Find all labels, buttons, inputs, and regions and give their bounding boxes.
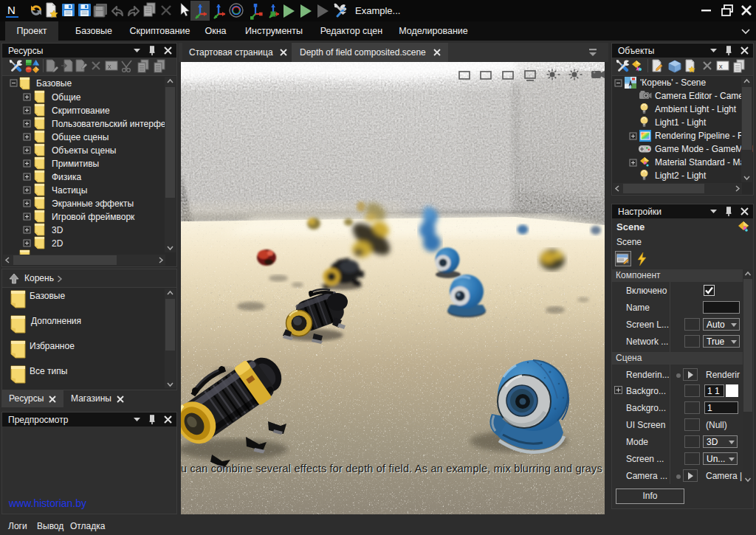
svg-text:Общее сцены: Общее сцены: [52, 132, 109, 142]
svg-text:'Корень' - Scene: 'Корень' - Scene: [640, 77, 706, 88]
svg-text:Частицы: Частицы: [52, 185, 87, 196]
svg-text:Все типы: Все типы: [30, 366, 67, 376]
svg-text:x: x: [108, 63, 111, 71]
svg-text:Rendering Pipeline - Rer: Rendering Pipeline - Rer: [655, 131, 752, 141]
svg-text:Избранное: Избранное: [30, 341, 75, 351]
svg-text:Light2 - Light: Light2 - Light: [655, 170, 707, 181]
svg-text:u can combine several effects: u can combine several effects for depth …: [181, 463, 602, 474]
svg-text:Общие: Общие: [52, 92, 81, 103]
svg-text:Скриптование: Скриптование: [52, 106, 110, 116]
svg-text:Физика: Физика: [52, 172, 82, 182]
svg-text:x: x: [719, 63, 723, 71]
svg-text:Example...: Example...: [355, 5, 400, 16]
svg-text:Объекты сцены: Объекты сцены: [52, 145, 117, 156]
svg-text:Light1 - Light: Light1 - Light: [655, 117, 707, 128]
svg-text:Экранные эффекты: Экранные эффекты: [52, 199, 134, 209]
svg-text:Дополнения: Дополнения: [31, 316, 81, 326]
svg-text:N: N: [7, 4, 16, 16]
svg-text:Material Standard - Mat: Material Standard - Mat: [655, 157, 748, 168]
svg-text:Game Mode - GameMode: Game Mode - GameMode: [655, 144, 753, 154]
svg-text:Ambient Light - Light: Ambient Light - Light: [655, 104, 737, 114]
svg-text:Примитивы: Примитивы: [52, 159, 99, 169]
svg-text:2D: 2D: [52, 238, 63, 249]
svg-text:Camera Editor - Camera: Camera Editor - Camera: [655, 91, 752, 101]
svg-text:3D: 3D: [52, 225, 63, 235]
svg-text:Игровой фреймворк: Игровой фреймворк: [52, 212, 135, 222]
svg-text:Базовые: Базовые: [30, 291, 65, 301]
svg-text:Пользовательский интерфейс: Пользовательский интерфейс: [52, 119, 175, 129]
